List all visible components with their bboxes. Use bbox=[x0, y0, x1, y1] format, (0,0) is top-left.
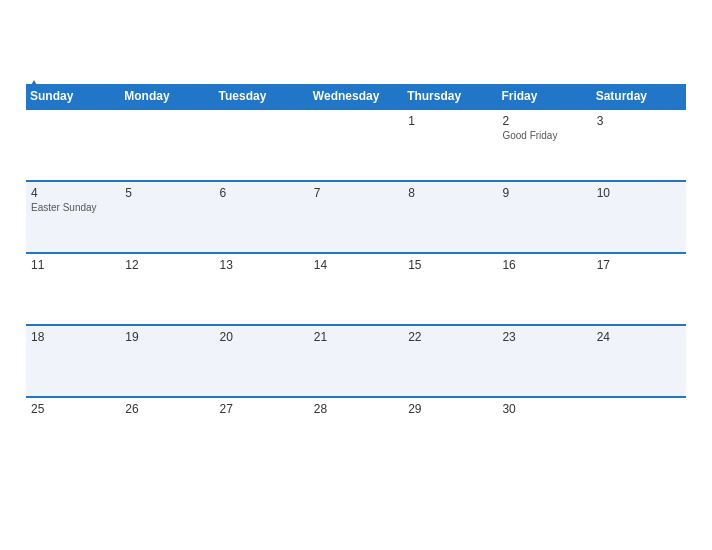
calendar-week-row: 11121314151617 bbox=[26, 253, 686, 325]
day-number: 11 bbox=[31, 258, 115, 272]
calendar-day-cell: 8 bbox=[403, 181, 497, 253]
day-number: 29 bbox=[408, 402, 492, 416]
calendar-day-cell: 2Good Friday bbox=[497, 109, 591, 181]
day-number: 5 bbox=[125, 186, 209, 200]
calendar-day-cell: 20 bbox=[215, 325, 309, 397]
calendar-day-cell: 25 bbox=[26, 397, 120, 469]
day-number: 1 bbox=[408, 114, 492, 128]
calendar-day-cell: 17 bbox=[592, 253, 686, 325]
event-label: Good Friday bbox=[502, 130, 586, 141]
day-number: 12 bbox=[125, 258, 209, 272]
day-number: 16 bbox=[502, 258, 586, 272]
calendar-day-cell: 26 bbox=[120, 397, 214, 469]
day-number: 3 bbox=[597, 114, 681, 128]
day-number: 10 bbox=[597, 186, 681, 200]
calendar-week-row: 252627282930 bbox=[26, 397, 686, 469]
day-number: 6 bbox=[220, 186, 304, 200]
calendar-week-row: 12Good Friday3 bbox=[26, 109, 686, 181]
day-number: 2 bbox=[502, 114, 586, 128]
logo-blue-text bbox=[26, 76, 40, 94]
calendar-day-cell bbox=[592, 397, 686, 469]
calendar-day-cell: 10 bbox=[592, 181, 686, 253]
weekday-header-wednesday: Wednesday bbox=[309, 84, 403, 109]
calendar-day-cell: 14 bbox=[309, 253, 403, 325]
calendar-day-cell: 7 bbox=[309, 181, 403, 253]
calendar-day-cell: 5 bbox=[120, 181, 214, 253]
calendar-day-cell: 23 bbox=[497, 325, 591, 397]
calendar-day-cell: 15 bbox=[403, 253, 497, 325]
event-label: Easter Sunday bbox=[31, 202, 115, 213]
calendar-day-cell: 24 bbox=[592, 325, 686, 397]
calendar-day-cell: 19 bbox=[120, 325, 214, 397]
calendar-day-cell: 22 bbox=[403, 325, 497, 397]
calendar-day-cell: 28 bbox=[309, 397, 403, 469]
calendar-week-row: 18192021222324 bbox=[26, 325, 686, 397]
weekday-header-friday: Friday bbox=[497, 84, 591, 109]
day-number: 19 bbox=[125, 330, 209, 344]
calendar-day-cell: 6 bbox=[215, 181, 309, 253]
day-number: 30 bbox=[502, 402, 586, 416]
day-number: 17 bbox=[597, 258, 681, 272]
weekday-header-row: SundayMondayTuesdayWednesdayThursdayFrid… bbox=[26, 84, 686, 109]
calendar-day-cell: 12 bbox=[120, 253, 214, 325]
calendar-day-cell: 18 bbox=[26, 325, 120, 397]
day-number: 7 bbox=[314, 186, 398, 200]
calendar-week-row: 4Easter Sunday5678910 bbox=[26, 181, 686, 253]
calendar-day-cell: 13 bbox=[215, 253, 309, 325]
day-number: 15 bbox=[408, 258, 492, 272]
calendar-day-cell bbox=[26, 109, 120, 181]
weekday-header-sunday: Sunday bbox=[26, 84, 120, 109]
weekday-header-monday: Monday bbox=[120, 84, 214, 109]
day-number: 21 bbox=[314, 330, 398, 344]
calendar-day-cell bbox=[309, 109, 403, 181]
calendar-table: SundayMondayTuesdayWednesdayThursdayFrid… bbox=[26, 84, 686, 469]
calendar-wrapper: SundayMondayTuesdayWednesdayThursdayFrid… bbox=[11, 66, 701, 484]
day-number: 22 bbox=[408, 330, 492, 344]
day-number: 18 bbox=[31, 330, 115, 344]
calendar-day-cell: 11 bbox=[26, 253, 120, 325]
calendar-day-cell: 9 bbox=[497, 181, 591, 253]
day-number: 8 bbox=[408, 186, 492, 200]
day-number: 25 bbox=[31, 402, 115, 416]
logo-triangle-icon bbox=[28, 80, 40, 90]
calendar-day-cell: 27 bbox=[215, 397, 309, 469]
calendar-day-cell: 21 bbox=[309, 325, 403, 397]
calendar-day-cell bbox=[215, 109, 309, 181]
day-number: 9 bbox=[502, 186, 586, 200]
weekday-header-thursday: Thursday bbox=[403, 84, 497, 109]
day-number: 24 bbox=[597, 330, 681, 344]
day-number: 26 bbox=[125, 402, 209, 416]
calendar-day-cell: 16 bbox=[497, 253, 591, 325]
calendar-day-cell: 3 bbox=[592, 109, 686, 181]
day-number: 27 bbox=[220, 402, 304, 416]
calendar-day-cell: 4Easter Sunday bbox=[26, 181, 120, 253]
day-number: 28 bbox=[314, 402, 398, 416]
day-number: 14 bbox=[314, 258, 398, 272]
calendar-day-cell: 1 bbox=[403, 109, 497, 181]
day-number: 20 bbox=[220, 330, 304, 344]
day-number: 4 bbox=[31, 186, 115, 200]
day-number: 13 bbox=[220, 258, 304, 272]
calendar-day-cell bbox=[120, 109, 214, 181]
calendar-day-cell: 29 bbox=[403, 397, 497, 469]
calendar-day-cell: 30 bbox=[497, 397, 591, 469]
weekday-header-tuesday: Tuesday bbox=[215, 84, 309, 109]
day-number: 23 bbox=[502, 330, 586, 344]
logo bbox=[26, 76, 40, 94]
weekday-header-saturday: Saturday bbox=[592, 84, 686, 109]
